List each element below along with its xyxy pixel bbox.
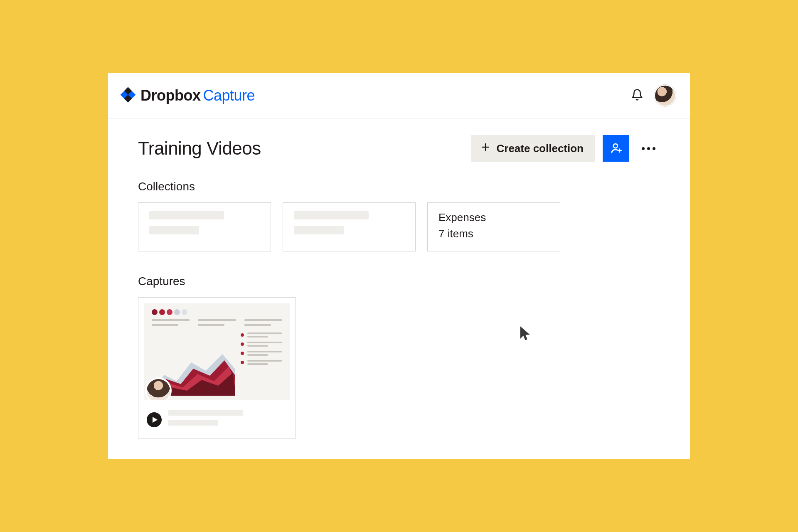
person-add-icon	[610, 142, 622, 155]
brand-name: DropboxCapture	[140, 87, 255, 104]
thumbnail-legend-dots	[152, 309, 282, 315]
page-title: Training Videos	[138, 138, 261, 159]
collection-subtitle: 7 items	[438, 227, 549, 240]
collections-heading: Collections	[138, 180, 660, 193]
plus-icon	[480, 142, 490, 155]
create-collection-label: Create collection	[496, 142, 584, 155]
avatar[interactable]	[655, 86, 675, 106]
placeholder-line	[294, 226, 344, 234]
collection-card-expenses[interactable]: Expenses 7 items	[427, 202, 560, 251]
header-actions	[631, 86, 675, 106]
more-horizontal-icon	[642, 147, 655, 150]
play-icon[interactable]	[147, 412, 162, 427]
collection-title: Expenses	[438, 211, 549, 224]
thumbnail-bullet-list	[241, 332, 282, 369]
brand[interactable]: DropboxCapture	[120, 86, 255, 105]
app-header: DropboxCapture	[108, 73, 690, 118]
thumbnail-header-lines	[152, 319, 282, 328]
placeholder-line	[149, 226, 199, 234]
captures-row	[138, 297, 660, 438]
create-collection-button[interactable]: Create collection	[471, 135, 595, 162]
title-row: Training Videos Create collection	[138, 135, 660, 162]
captures-heading: Captures	[138, 275, 660, 288]
capture-thumbnail	[144, 303, 290, 400]
app-window: DropboxCapture Training Videos Cre	[108, 73, 690, 459]
capture-card[interactable]	[138, 297, 296, 438]
title-actions: Create collection	[471, 135, 660, 162]
capture-meta-lines	[168, 410, 243, 430]
placeholder-line	[168, 410, 243, 416]
collection-card[interactable]	[283, 202, 416, 251]
collections-row: Expenses 7 items	[138, 202, 660, 251]
placeholder-line	[149, 211, 224, 219]
more-options-button[interactable]	[637, 135, 660, 162]
placeholder-line	[168, 420, 218, 426]
svg-point-5	[613, 144, 618, 148]
presenter-avatar	[147, 379, 170, 400]
content-area: Training Videos Create collection	[108, 118, 690, 438]
placeholder-line	[294, 211, 369, 219]
collection-card[interactable]	[138, 202, 271, 251]
capture-meta	[144, 400, 290, 432]
dropbox-logo-icon	[120, 86, 136, 105]
bell-icon[interactable]	[631, 89, 643, 103]
share-button[interactable]	[603, 135, 629, 162]
